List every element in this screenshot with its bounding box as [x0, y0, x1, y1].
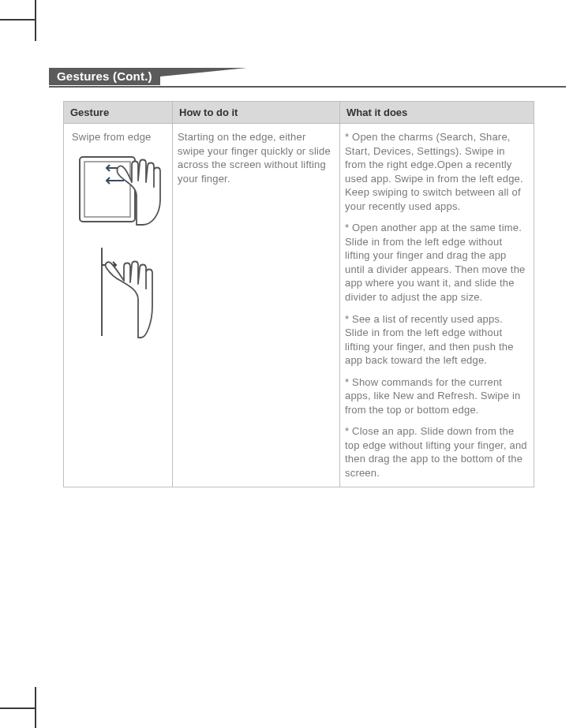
header-gesture: Gesture: [64, 102, 173, 124]
what-item: * Close an app. Slide down from the top …: [345, 424, 529, 480]
section-title: Gestures (Cont.): [49, 68, 160, 85]
gesture-cell: Swipe from edge: [64, 124, 173, 487]
crop-mark: [35, 687, 36, 728]
header-how: How to do it: [173, 102, 340, 124]
page: Gestures (Cont.) Gesture How to do it Wh…: [0, 0, 588, 728]
gesture-label: Swipe from edge: [69, 130, 167, 144]
what-item: * Open another app at the same time. Sli…: [345, 221, 529, 304]
section-title-row: Gestures (Cont.): [49, 68, 566, 90]
crop-mark: [0, 707, 35, 709]
what-cell: * Open the charms (Search, Share, Start,…: [340, 124, 534, 487]
content-area: Gestures (Cont.) Gesture How to do it Wh…: [49, 68, 566, 487]
table-row: Swipe from edge: [64, 124, 534, 487]
swipe-from-right-edge-illustration-icon: [75, 152, 162, 227]
header-what: What it does: [340, 102, 534, 124]
what-item: * See a list of recently used apps. Slid…: [345, 312, 529, 368]
crop-mark: [35, 0, 36, 41]
section-divider-line: [49, 86, 566, 88]
crop-mark: [0, 19, 35, 21]
swipe-from-left-edge-illustration-icon: [83, 245, 154, 339]
what-item: * Show commands for the current apps, li…: [345, 375, 529, 417]
what-item: * Open the charms (Search, Share, Start,…: [345, 130, 529, 213]
how-cell: Starting on the edge, either swipe your …: [173, 124, 340, 487]
table-header-row: Gesture How to do it What it does: [64, 102, 534, 124]
gestures-table: Gesture How to do it What it does Swipe …: [63, 101, 534, 487]
section-title-tail: [160, 68, 247, 77]
